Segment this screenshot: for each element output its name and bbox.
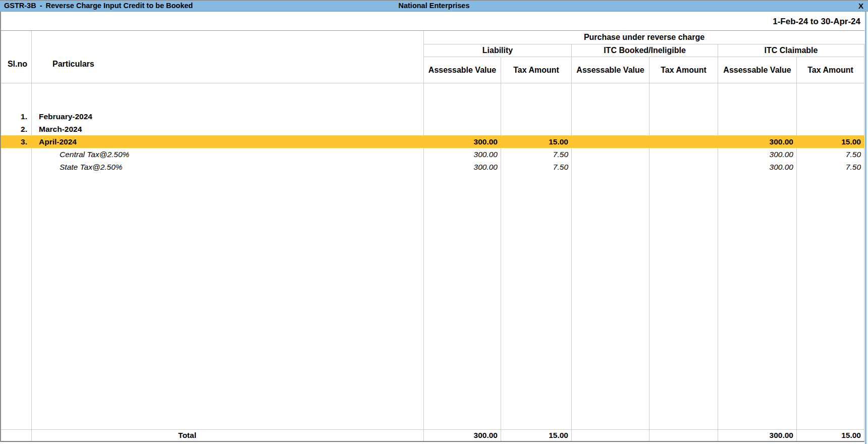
close-icon[interactable]: X (858, 1, 863, 11)
row-liability-assessable (424, 110, 501, 123)
row-itc-claimable-tax (797, 110, 864, 123)
row-liability-assessable: 300.00 (424, 135, 501, 148)
company-name: National Enterprises (0, 1, 868, 11)
header-itc-booked-assessable: Assessable Value (572, 57, 649, 83)
row-itc-claimable-assessable: 300.00 (718, 161, 797, 173)
row-liability-assessable: 300.00 (424, 148, 501, 161)
row-slno: 2. (1, 123, 32, 135)
row-particulars: April-2024 (32, 135, 424, 148)
row-particulars: March-2024 (32, 123, 424, 135)
row-slno: 3. (1, 135, 32, 148)
window-right-border (865, 12, 866, 444)
row-liability-assessable: 300.00 (424, 161, 501, 173)
table-row[interactable]: Central Tax@2.50% 300.00 7.50 300.00 7.5… (1, 148, 864, 161)
total-row: Total 300.00 15.00 300.00 15.00 (1, 429, 864, 442)
row-liability-tax: 7.50 (501, 161, 572, 173)
row-particulars: February-2024 (32, 110, 424, 123)
header-sub-row: Assessable Value Tax Amount Assessable V… (424, 57, 864, 83)
titlebar: GSTR-3B-Reverse Charge Input Credit to b… (0, 0, 868, 12)
header-groups: Purchase under reverse charge Liability … (424, 31, 864, 83)
row-itc-claimable-assessable: 300.00 (718, 135, 797, 148)
header-itc-booked: ITC Booked/Ineligible (572, 44, 718, 57)
row-particulars: State Tax@2.50% (32, 161, 424, 173)
spacer-row (1, 83, 864, 110)
table-header: Sl.no Particulars Purchase under reverse… (1, 31, 864, 83)
header-group-row: Liability ITC Booked/Ineligible ITC Clai… (424, 44, 864, 57)
total-label: Total (32, 430, 424, 441)
row-liability-tax (501, 110, 572, 123)
header-particulars: Particulars (32, 31, 424, 83)
total-liability-assessable: 300.00 (424, 430, 501, 441)
row-itc-booked-assessable (572, 135, 649, 148)
row-itc-booked-tax (649, 110, 718, 123)
header-itc-claimable-tax: Tax Amount (797, 57, 864, 83)
table-row[interactable]: 1. February-2024 (1, 110, 864, 123)
row-liability-assessable (424, 123, 501, 135)
table-body: 1. February-2024 2. March-2024 3. April-… (1, 83, 864, 429)
header-group-title: Purchase under reverse charge (424, 31, 864, 44)
header-slno: Sl.no (1, 31, 32, 83)
row-itc-booked-assessable (572, 123, 649, 135)
row-itc-booked-tax (649, 123, 718, 135)
row-slno (1, 148, 32, 161)
table-row[interactable]: 3. April-2024 300.00 15.00 300.00 15.00 (1, 135, 864, 148)
report-table: Sl.no Particulars Purchase under reverse… (1, 30, 864, 442)
header-itc-claimable-assessable: Assessable Value (718, 57, 797, 83)
row-itc-claimable-assessable: 300.00 (718, 148, 797, 161)
row-itc-claimable-tax (797, 123, 864, 135)
period-label: 1-Feb-24 to 30-Apr-24 (773, 17, 860, 26)
header-liability-assessable: Assessable Value (424, 57, 501, 83)
row-particulars: Central Tax@2.50% (32, 148, 424, 161)
row-slno: 1. (1, 110, 32, 123)
row-liability-tax (501, 123, 572, 135)
total-itc-booked-tax (649, 430, 718, 441)
row-itc-claimable-tax: 7.50 (797, 148, 864, 161)
total-liability-tax: 15.00 (501, 430, 572, 441)
row-itc-claimable-tax: 7.50 (797, 161, 864, 173)
app-window: GSTR-3B-Reverse Charge Input Credit to b… (0, 0, 868, 444)
row-itc-claimable-assessable (718, 110, 797, 123)
header-itc-booked-tax: Tax Amount (649, 57, 718, 83)
row-slno (1, 161, 32, 173)
row-itc-claimable-tax: 15.00 (797, 135, 864, 148)
period-row: 1-Feb-24 to 30-Apr-24 (1, 12, 865, 30)
filler-row (1, 173, 864, 429)
total-slno (1, 430, 32, 441)
table-row[interactable]: 2. March-2024 (1, 123, 864, 135)
total-itc-claimable-assessable: 300.00 (718, 430, 797, 441)
total-itc-claimable-tax: 15.00 (797, 430, 864, 441)
row-liability-tax: 7.50 (501, 148, 572, 161)
row-itc-booked-tax (649, 148, 718, 161)
report-area: 1-Feb-24 to 30-Apr-24 Sl.no Particulars … (0, 12, 865, 442)
header-liability: Liability (424, 44, 572, 57)
row-itc-booked-assessable (572, 110, 649, 123)
row-itc-booked-assessable (572, 161, 649, 173)
table-row[interactable]: State Tax@2.50% 300.00 7.50 300.00 7.50 (1, 161, 864, 173)
header-liability-tax: Tax Amount (501, 57, 572, 83)
row-liability-tax: 15.00 (501, 135, 572, 148)
row-itc-booked-tax (649, 135, 718, 148)
header-itc-claimable: ITC Claimable (718, 44, 864, 57)
row-itc-booked-tax (649, 161, 718, 173)
row-itc-booked-assessable (572, 148, 649, 161)
total-itc-booked-assessable (572, 430, 649, 441)
row-itc-claimable-assessable (718, 123, 797, 135)
